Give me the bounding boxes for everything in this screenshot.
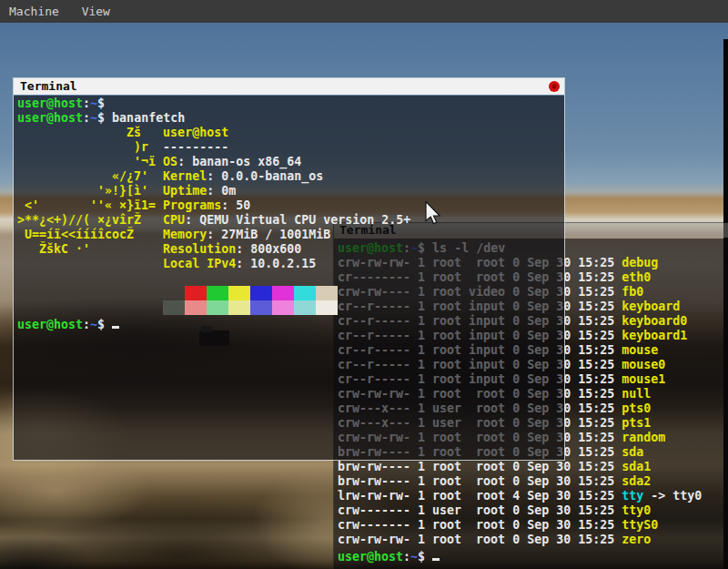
- terminal-text: ---------: [163, 140, 228, 154]
- terminal-line: <' ''« ×}ï1= Programs: 50: [17, 198, 564, 213]
- terminal-text: Resolution: [163, 242, 236, 256]
- palette-swatch: [272, 286, 294, 300]
- terminal-text: crw------- 1 user root 0 Sep 30 15:25: [338, 503, 622, 517]
- palette-swatch: [207, 300, 228, 315]
- terminal1-titlebar[interactable]: Terminal: [14, 78, 564, 95]
- terminal-text: user@host: [17, 111, 83, 125]
- terminal-text: mouse1: [622, 372, 665, 386]
- terminal-line: user@host:~$: [17, 97, 564, 111]
- terminal-line: user@host:~$ bananfetch: [17, 111, 564, 126]
- terminal-text: «/¿7': [17, 169, 163, 183]
- terminal-text: -> tty0: [643, 489, 702, 503]
- palette-swatch: [163, 286, 185, 300]
- terminal-text: : 50: [221, 198, 250, 212]
- text-cursor: [432, 547, 440, 561]
- terminal-text: : 10.0.2.15: [236, 257, 316, 270]
- terminal-text: brw-rw---- 1 root root 0 Sep 30 15:25: [338, 474, 622, 488]
- terminal-text: '»!}[ì': [17, 184, 163, 198]
- terminal-text: : banan-os x86_64: [177, 155, 301, 168]
- terminal-text: mouse: [622, 343, 658, 357]
- terminal-text: ~: [90, 111, 97, 125]
- terminal-line: user@host:~$: [17, 315, 564, 330]
- terminal-text: ttyS0: [622, 518, 658, 532]
- terminal1-title: Terminal: [20, 79, 77, 93]
- terminal-line: ŽškC ·' Resolution: 800x600: [17, 242, 564, 257]
- terminal-text: user@host: [163, 126, 228, 139]
- terminal-text: : 0m: [207, 184, 236, 198]
- terminal-line: Local IPv4: 10.0.2.15: [17, 257, 564, 271]
- terminal-text: pts1: [622, 416, 651, 430]
- menu-view[interactable]: View: [82, 0, 110, 23]
- terminal-text: $: [418, 550, 432, 564]
- terminal-text: ~: [90, 97, 97, 110]
- terminal-line: '¬ï OS: banan-os x86_64: [17, 155, 564, 169]
- palette-swatch: [316, 286, 338, 300]
- terminal-text: keyboard1: [622, 329, 687, 342]
- terminal-line: >**¿<+)//( ×¿vîrŽ CPU: QEMU Virtual CPU …: [17, 213, 564, 228]
- terminal-line: brw-rw---- 1 root root 0 Sep 30 15:25 sd…: [338, 460, 728, 474]
- palette-swatch: [207, 286, 228, 300]
- terminal-text: :: [83, 97, 90, 110]
- terminal-line: lrw-rw-rw- 1 root root 4 Sep 30 15:25 tt…: [338, 489, 728, 503]
- terminal-text: U==íï<<íííîcocŽ: [17, 228, 163, 241]
- terminal-text: keyboard: [622, 300, 680, 313]
- palette-swatch: [185, 286, 207, 300]
- terminal-text: <' ''« ×}ï1=: [17, 198, 163, 212]
- terminal-text: lrw-rw-rw- 1 root root 4 Sep 30 15:25: [338, 489, 622, 503]
- terminal-line: brw-rw---- 1 root root 0 Sep 30 15:25 sd…: [338, 474, 728, 489]
- terminal-line: '»!}[ì' Uptime: 0m: [17, 184, 564, 198]
- menu-machine[interactable]: Machine: [9, 0, 59, 23]
- terminal-line: Zš user@host: [17, 126, 564, 140]
- palette-swatch: [228, 286, 250, 300]
- terminal-line: crw------- 1 user root 0 Sep 30 15:25 tt…: [338, 503, 728, 518]
- terminal-text: sda: [622, 445, 643, 459]
- terminal-text: Uptime: [163, 184, 207, 198]
- terminal-text: : 800x600: [236, 242, 301, 256]
- terminal-text: : QEMU Virtual CPU version 2.5+: [185, 213, 410, 227]
- terminal1-content[interactable]: user@host:~$ user@host:~$ bananfetch Zš …: [14, 96, 564, 460]
- palette-swatch: [185, 300, 207, 315]
- terminal-text: user@host: [338, 550, 403, 564]
- terminal-text: [17, 257, 163, 270]
- terminal-text: mouse0: [622, 358, 665, 371]
- palette-swatch: [228, 300, 250, 315]
- terminal-text: )r: [17, 140, 163, 154]
- palette-row: [163, 286, 564, 300]
- terminal-line: )r ---------: [17, 140, 564, 155]
- terminal-text: crw------- 1 root root 0 Sep 30 15:25: [338, 518, 622, 532]
- terminal-text: user@host: [17, 97, 83, 110]
- terminal-text: tty0: [622, 503, 651, 517]
- terminal-line: user@host:~$: [338, 547, 728, 562]
- terminal-text: : 0.0.0-banan_os: [207, 169, 323, 183]
- close-button[interactable]: [549, 81, 560, 92]
- terminal-line: crw-rw-rw- 1 root root 0 Sep 30 15:25 ze…: [338, 533, 728, 547]
- terminal-line: [17, 271, 564, 286]
- palette-swatch: [250, 300, 272, 315]
- terminal-text: $: [97, 318, 112, 331]
- terminal-window-foreground[interactable]: Terminal user@host:~$ user@host:~$ banan…: [13, 77, 565, 461]
- terminal-text: :: [83, 318, 90, 331]
- text-cursor: [112, 315, 119, 329]
- terminal-text: Local IPv4: [163, 257, 236, 270]
- terminal-text: :: [83, 111, 90, 125]
- palette-swatch: [294, 286, 316, 300]
- vm-screen: Terminal user@host:~$ ls -l /devcrw-rw-r…: [0, 0, 728, 569]
- terminal-text: ~: [410, 550, 418, 564]
- terminal-text: crw-rw-rw- 1 root root 0 Sep 30 15:25: [338, 533, 622, 546]
- terminal-text: Zš: [17, 126, 163, 139]
- mouse-pointer-icon: [425, 201, 441, 226]
- palette-swatch: [316, 300, 338, 315]
- terminal-text: '¬ï: [17, 155, 163, 168]
- terminal-text: ~: [90, 318, 97, 331]
- terminal-text: bananfetch: [112, 111, 185, 125]
- terminal-text: :: [403, 550, 410, 564]
- terminal-text: brw-rw---- 1 root root 0 Sep 30 15:25: [338, 460, 622, 473]
- terminal-text: eth0: [622, 270, 651, 284]
- palette-swatch: [250, 286, 272, 300]
- menu-bar: Machine View: [0, 0, 728, 23]
- palette-swatch: [272, 300, 294, 315]
- terminal-line: U==íï<<íííîcocŽ Memory: 27MiB / 1001MiB: [17, 228, 564, 242]
- terminal-text: user@host: [17, 318, 83, 331]
- terminal-text: debug: [622, 256, 658, 269]
- terminal-text: zero: [622, 533, 651, 546]
